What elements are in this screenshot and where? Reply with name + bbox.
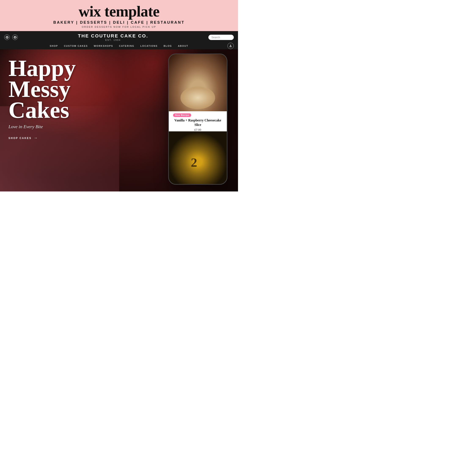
nav-item-about[interactable]: ABOUT — [178, 45, 188, 47]
banner-title: wix template — [4, 4, 234, 19]
search-input[interactable]: Search — [208, 35, 234, 40]
shop-cakes-button[interactable]: SHOP CAKES → — [8, 136, 76, 140]
hero-title: Happy Messy Cakes — [8, 58, 76, 120]
cta-label: SHOP CAKES — [8, 137, 32, 140]
phone-fruit-cake-image — [169, 131, 227, 184]
nav-item-custom-cakes[interactable]: CUSTOM CAKES — [64, 45, 88, 47]
nav-item-workshops[interactable]: WORKSHOPS — [94, 45, 113, 47]
pinterest-icon[interactable] — [4, 34, 10, 40]
navbar-top: THE COUTURE CAKE CO. EST. 1994 Search — [4, 31, 234, 43]
top-banner: wix template BAKERY | DESSERTS | DELI | … — [0, 0, 238, 31]
social-links — [4, 34, 18, 40]
phone-product-card: New Recipe Vanilla + Raspberry Cheesecak… — [169, 111, 227, 131]
new-recipe-badge: New Recipe — [173, 113, 191, 117]
phone-mockup: New Recipe Vanilla + Raspberry Cheesecak… — [168, 53, 227, 185]
brand-est: EST. 1994 — [78, 39, 148, 41]
nav-item-catering[interactable]: CATERING — [119, 45, 135, 47]
hero-title-line3: Cakes — [8, 97, 69, 123]
brand-center: THE COUTURE CAKE CO. EST. 1994 — [78, 33, 148, 41]
phone-cake-price: £7.00 — [169, 128, 227, 131]
cta-arrow-icon: → — [34, 136, 38, 140]
phone-screen: New Recipe Vanilla + Raspberry Cheesecak… — [169, 54, 227, 184]
banner-subtitle: BAKERY | DESSERTS | DELI | CAFE | RESTAU… — [4, 20, 234, 25]
hero-tagline: Love in Every Bite — [8, 124, 76, 130]
nav-menu: SHOP CUSTOM CAKES WORKSHOPS CATERING LOC… — [4, 43, 234, 49]
nav-item-locations[interactable]: LOCATIONS — [140, 45, 158, 47]
hero-text-block: Happy Messy Cakes Love in Every Bite SHO… — [8, 58, 76, 140]
facebook-icon[interactable] — [12, 34, 18, 40]
nav-item-blog[interactable]: BLOG — [164, 45, 172, 47]
hero-section: Happy Messy Cakes Love in Every Bite SHO… — [0, 49, 238, 191]
nav-item-shop[interactable]: SHOP — [50, 45, 58, 47]
banner-subtext: ORDER DESSERTS NOW FOR LOCAL PICK UP — [4, 26, 234, 28]
phone-cheesecake-image — [169, 54, 227, 111]
brand-name[interactable]: THE COUTURE CAKE CO. — [78, 33, 148, 39]
phone-cake-name: Vanilla + Raspberry Cheesecake Slice — [169, 118, 227, 127]
navbar: THE COUTURE CAKE CO. EST. 1994 Search SH… — [0, 31, 238, 49]
user-account-icon[interactable] — [227, 43, 234, 49]
